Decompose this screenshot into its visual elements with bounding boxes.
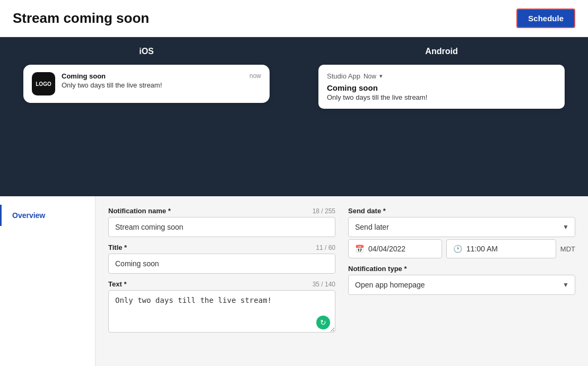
date-value: 04/04/2022 [368, 245, 405, 253]
send-date-header: Send date * [348, 207, 575, 215]
title-input[interactable] [108, 254, 335, 274]
text-textarea-wrapper: ↻ [108, 290, 335, 335]
ios-notification-body: Only two days till the live stream! [62, 81, 261, 89]
android-notification-body: Only two days till the live stream! [327, 93, 556, 101]
time-value: 11:00 AM [466, 245, 498, 253]
android-label: Android [318, 37, 565, 65]
notification-name-group: Notification name * 18 / 255 [108, 207, 335, 237]
sidebar: Overview [0, 196, 96, 366]
time-field[interactable]: 🕐 11:00 AM [446, 239, 556, 258]
title-header: Title * 11 / 60 [108, 243, 335, 251]
notification-name-input[interactable] [108, 217, 335, 237]
calendar-icon: 📅 [355, 245, 364, 253]
panel-divider [293, 37, 295, 196]
android-app-row: Studio App Now ▾ [327, 72, 556, 80]
notification-type-select-wrapper: Open app homepage Open specific page Dee… [348, 275, 575, 295]
android-chevron-icon: ▾ [379, 73, 383, 80]
preview-area: iOS LOGO Coming soon now Only two days t… [0, 37, 588, 196]
refresh-icon[interactable]: ↻ [316, 316, 330, 329]
android-notification-card: Studio App Now ▾ Coming soon Only two da… [318, 65, 565, 109]
text-counter: 35 / 140 [313, 281, 335, 288]
text-label: Text * [108, 280, 126, 288]
notification-type-select[interactable]: Open app homepage Open specific page Dee… [348, 275, 575, 295]
ios-notification-card: LOGO Coming soon now Only two days till … [23, 65, 270, 103]
notification-name-label: Notification name * [108, 207, 171, 215]
ios-notification-title: Coming soon [62, 72, 106, 80]
notification-name-counter: 18 / 255 [313, 207, 335, 215]
timezone-label: MDT [560, 245, 575, 253]
date-field[interactable]: 📅 04/04/2022 [348, 239, 442, 258]
ios-preview-panel: iOS LOGO Coming soon now Only two days t… [2, 37, 291, 196]
title-label: Title * [108, 243, 127, 251]
android-preview-panel: Android Studio App Now ▾ Coming soon Onl… [297, 37, 586, 196]
app-logo: LOGO [32, 72, 55, 95]
notification-type-label: Notification type * [348, 265, 407, 273]
text-textarea[interactable] [108, 290, 335, 333]
send-date-select[interactable]: Send later Send now Send at specific tim… [348, 217, 575, 237]
datetime-row: 📅 04/04/2022 🕐 11:00 AM MDT [348, 239, 575, 258]
android-app-time: Now [364, 73, 376, 80]
text-header: Text * 35 / 140 [108, 280, 335, 288]
notification-type-header: Notification type * [348, 265, 575, 273]
ios-notification-content: Coming soon now Only two days till the l… [62, 72, 261, 89]
schedule-button[interactable]: Schedule [516, 8, 575, 28]
notification-type-group: Notification type * Open app homepage Op… [348, 265, 575, 295]
page-title: Stream coming soon [13, 10, 149, 27]
android-notification-title: Coming soon [327, 83, 556, 92]
android-app-name: Studio App [327, 72, 360, 80]
title-group: Title * 11 / 60 [108, 243, 335, 274]
form-content: Notification name * 18 / 255 Title * 11 … [96, 196, 588, 366]
clock-icon: 🕐 [453, 245, 462, 253]
send-date-group: Send date * Send later Send now Send at … [348, 207, 575, 258]
ios-notification-time: now [249, 72, 261, 80]
sidebar-item-overview[interactable]: Overview [0, 205, 95, 226]
send-date-label: Send date * [348, 207, 386, 215]
form-left-column: Notification name * 18 / 255 Title * 11 … [108, 207, 335, 355]
notification-name-header: Notification name * 18 / 255 [108, 207, 335, 215]
app-header: Stream coming soon Schedule [0, 0, 588, 37]
ios-label: iOS [23, 37, 270, 65]
text-group: Text * 35 / 140 ↻ [108, 280, 335, 335]
bottom-area: Overview Notification name * 18 / 255 Ti… [0, 196, 588, 366]
send-date-select-wrapper: Send later Send now Send at specific tim… [348, 217, 575, 237]
form-right-column: Send date * Send later Send now Send at … [348, 207, 575, 355]
title-counter: 11 / 60 [316, 244, 335, 251]
